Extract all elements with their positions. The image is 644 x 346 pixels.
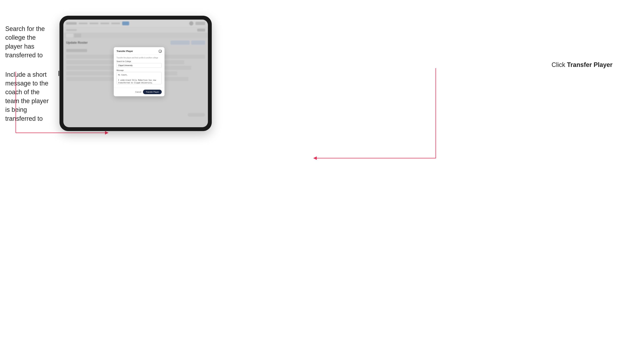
transfer-player-modal: Transfer Player × Transfer the player an…: [114, 47, 164, 96]
modal-subtitle: Transfer the player and their profile to…: [116, 57, 162, 59]
search-college-label: Search for College: [116, 60, 162, 62]
modal-footer: Cancel Transfer Player: [114, 88, 164, 96]
annotation-message-text: Include a short message to the coach of …: [5, 70, 54, 123]
annotation-search-text: Search for the college the player has tr…: [5, 24, 54, 60]
search-college-input[interactable]: [116, 63, 162, 68]
cancel-button[interactable]: Cancel: [135, 91, 141, 93]
modal-header: Transfer Player ×: [114, 47, 164, 55]
svg-marker-5: [313, 156, 317, 160]
transfer-player-button[interactable]: Transfer Player: [143, 90, 162, 94]
annotation-click-text: Click: [552, 61, 567, 68]
message-label: Message: [116, 69, 162, 71]
tablet-side-button: [58, 71, 59, 76]
modal-title: Transfer Player: [116, 50, 133, 52]
modal-overlay: Transfer Player × Transfer the player an…: [63, 19, 208, 127]
annotation-transfer-bold: Transfer Player: [567, 61, 612, 68]
tablet-screen: Update Roster: [63, 19, 208, 127]
svg-marker-2: [105, 131, 108, 135]
modal-body: Transfer the player and their profile to…: [114, 55, 164, 88]
annotation-left-panel: Search for the college the player has tr…: [5, 24, 54, 134]
message-textarea[interactable]: Hi Coach, I understand Chris Robertson h…: [116, 72, 162, 84]
annotation-right-panel: Click Transfer Player: [552, 61, 612, 68]
modal-close-button[interactable]: ×: [158, 50, 162, 53]
tablet-device: Update Roster: [60, 16, 212, 131]
